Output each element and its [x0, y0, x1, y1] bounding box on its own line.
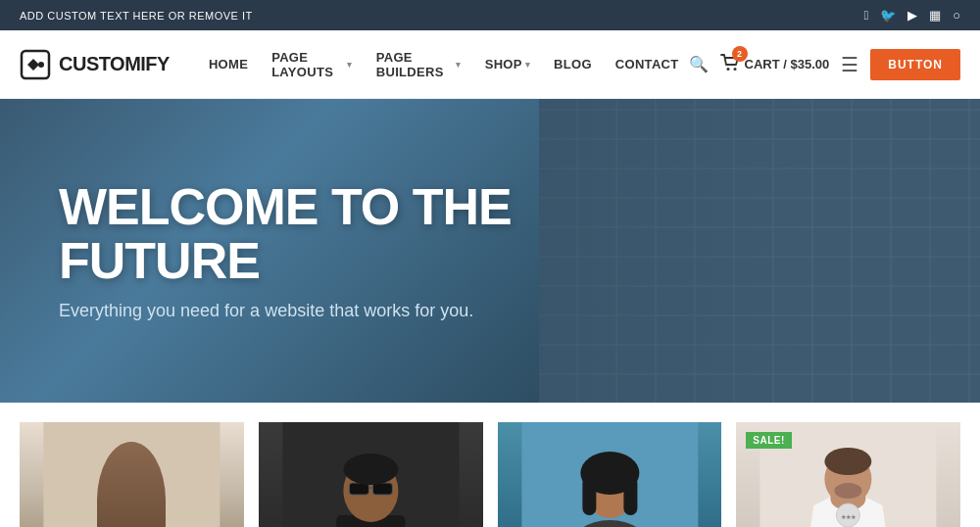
logo-icon [20, 49, 51, 80]
nav-contact[interactable]: CONTACT [606, 49, 689, 79]
svg-rect-12 [349, 483, 368, 495]
svg-point-8 [104, 492, 135, 519]
hero-section: WELCOME TO THE FUTURE Everything you nee… [0, 99, 980, 403]
product-card-4[interactable]: SALE! ★★★ [736, 422, 960, 527]
svg-rect-4 [43, 422, 220, 527]
hero-subtitle: Everything you need for a website that w… [59, 301, 578, 321]
svg-rect-13 [372, 483, 392, 495]
product-image-1 [20, 422, 244, 527]
svg-rect-21 [623, 476, 637, 515]
nav-blog[interactable]: BLOG [544, 49, 602, 79]
svg-point-6 [104, 455, 159, 517]
nav-shop[interactable]: SHOP ▾ [475, 49, 540, 79]
nav-home[interactable]: HOME [199, 49, 258, 79]
nav-page-builders[interactable]: PAGE BUILDERS ▾ [367, 42, 471, 87]
hero-content: WELCOME TO THE FUTURE Everything you nee… [0, 180, 637, 321]
instagram-icon[interactable]: ▦ [929, 8, 941, 23]
product-card-3[interactable] [498, 422, 722, 527]
twitter-icon[interactable]: 🐦 [880, 8, 896, 23]
svg-point-1 [38, 62, 44, 68]
nav-page-layouts[interactable]: PAGE LAYOUTS ▾ [262, 42, 363, 87]
youtube-icon[interactable]: ▶ [907, 8, 917, 23]
svg-point-26 [835, 483, 862, 499]
chevron-down-icon: ▾ [347, 60, 352, 70]
svg-point-15 [343, 454, 398, 485]
sale-badge: SALE! [746, 432, 792, 449]
navbar: CUSTOMIFY HOME PAGE LAYOUTS ▾ PAGE BUILD… [0, 30, 980, 99]
pinterest-icon[interactable]: ○ [953, 8, 960, 23]
cta-button[interactable]: BUTTON [870, 49, 960, 80]
top-bar-text: ADD CUSTOM TEXT HERE OR REMOVE IT [20, 10, 253, 22]
svg-point-5 [94, 520, 169, 527]
svg-point-25 [825, 448, 872, 475]
logo-text: CUSTOMIFY [59, 53, 170, 75]
product-image-3 [498, 422, 722, 527]
svg-text:★★★: ★★★ [841, 514, 857, 520]
chevron-down-icon: ▾ [456, 60, 461, 70]
svg-point-7 [104, 452, 159, 491]
product-image-2 [259, 422, 483, 527]
cart-label: CART / $35.00 [745, 57, 830, 72]
hamburger-icon[interactable]: ☰ [841, 53, 858, 76]
facebook-icon[interactable]:  [863, 8, 868, 23]
cart-badge: 2 [732, 46, 748, 62]
chevron-down-icon: ▾ [525, 60, 530, 70]
product-card-2[interactable] [259, 422, 483, 527]
product-card-1[interactable] [20, 422, 244, 527]
logo[interactable]: CUSTOMIFY [20, 49, 170, 80]
cart-icon-wrap: 2 [720, 54, 740, 74]
nav-links: HOME PAGE LAYOUTS ▾ PAGE BUILDERS ▾ SHOP… [199, 42, 689, 87]
top-bar: ADD CUSTOM TEXT HERE OR REMOVE IT  🐦 ▶ … [0, 0, 980, 30]
social-links:  🐦 ▶ ▦ ○ [863, 8, 960, 23]
svg-point-2 [726, 68, 729, 71]
hero-title: WELCOME TO THE FUTURE [59, 180, 578, 287]
svg-rect-20 [582, 476, 596, 515]
products-section: SALE! ★★★ [0, 403, 980, 527]
nav-right: 🔍 2 CART / $35.00 ☰ BUTTON [689, 49, 960, 80]
search-icon[interactable]: 🔍 [689, 55, 709, 73]
svg-point-3 [733, 68, 736, 71]
cart-link[interactable]: 2 CART / $35.00 [720, 54, 830, 74]
